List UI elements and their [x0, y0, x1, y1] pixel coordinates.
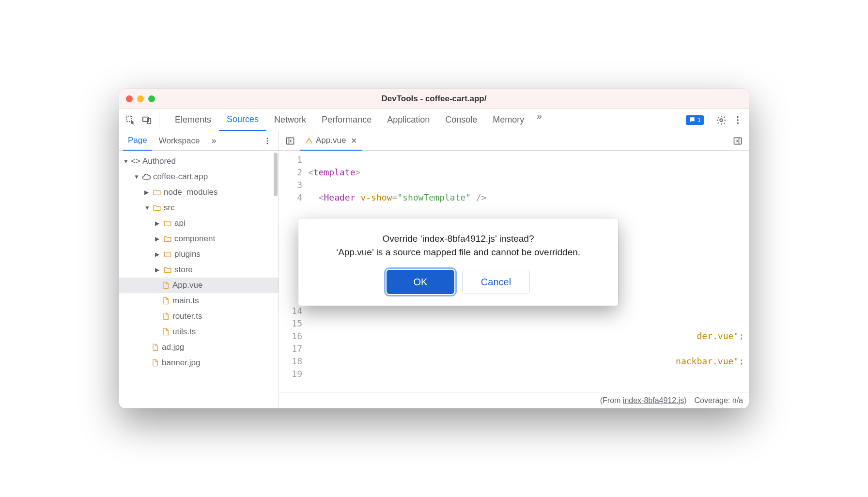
tree-label: plugins — [174, 249, 201, 259]
close-file-tab-icon[interactable]: ✕ — [351, 136, 357, 145]
tree-file-router[interactable]: router.ts — [119, 309, 279, 324]
folder-icon — [152, 187, 162, 197]
tree-src[interactable]: ▼ src — [119, 200, 279, 216]
tree-file-main[interactable]: main.ts — [119, 293, 279, 309]
cancel-button[interactable]: Cancel — [462, 270, 530, 294]
tree-label: ad.jpg — [162, 342, 184, 352]
svg-point-7 — [267, 138, 268, 139]
toggle-debugger-icon[interactable] — [730, 134, 745, 148]
editor-footer: (From index-8bfa4912.js) Coverage: n/a — [279, 392, 749, 408]
tree-label: banner.jpg — [162, 358, 200, 368]
navigator-tab-workspace[interactable]: Workspace — [154, 131, 205, 151]
svg-point-3 — [720, 119, 723, 122]
secondary-bar: Page Workspace » App.vue ✕ — [119, 131, 749, 151]
cloud-icon — [141, 172, 151, 182]
tab-console[interactable]: Console — [437, 109, 485, 131]
tree-label: App.vue — [172, 280, 202, 290]
svg-point-5 — [737, 119, 739, 121]
titlebar: DevTools - coffee-cart.app/ — [119, 89, 749, 109]
tree-label: main.ts — [172, 296, 199, 306]
svg-point-9 — [267, 142, 268, 144]
tree-file-appvue[interactable]: App.vue — [119, 278, 279, 293]
file-icon — [161, 280, 170, 290]
tree-node-modules[interactable]: ▶ node_modules — [119, 185, 279, 200]
folder-icon — [163, 234, 172, 244]
tab-sources[interactable]: Sources — [219, 109, 266, 131]
tree-label: router.ts — [172, 311, 202, 321]
navigator-tabs: Page Workspace » — [119, 131, 279, 150]
body: ▼ <> Authored ▼ coffee-cart.app ▶ node_m… — [119, 151, 749, 408]
dialog-line1: Override ‘index-8bfa4912.js’ instead? — [310, 232, 606, 246]
file-tree: ▼ <> Authored ▼ coffee-cart.app ▶ node_m… — [119, 151, 279, 408]
tree-label: store — [174, 265, 193, 275]
svg-point-8 — [267, 140, 268, 141]
tree-label: utils.ts — [172, 327, 196, 337]
separator — [159, 113, 159, 127]
tree-authored[interactable]: ▼ <> Authored — [119, 154, 279, 169]
warning-icon — [305, 137, 313, 144]
tab-performance[interactable]: Performance — [314, 109, 379, 131]
tree-label: component — [174, 234, 215, 244]
inspect-icon[interactable] — [123, 113, 138, 127]
main-tabs: Elements Sources Network Performance App… — [167, 109, 546, 131]
tree-file-utils[interactable]: utils.ts — [119, 324, 279, 340]
maximize-window-button[interactable] — [148, 95, 155, 102]
tree-file-ad[interactable]: ad.jpg — [119, 340, 279, 355]
issues-badge[interactable]: 1 — [686, 115, 704, 125]
tree-file-banner[interactable]: banner.jpg — [119, 355, 279, 371]
tree-site[interactable]: ▼ coffee-cart.app — [119, 169, 279, 185]
tree-component[interactable]: ▶ component — [119, 231, 279, 247]
tree-store[interactable]: ▶ store — [119, 262, 279, 278]
sourcemap-info: (From index-8bfa4912.js) — [600, 396, 687, 405]
override-dialog: Override ‘index-8bfa4912.js’ instead? ‘A… — [298, 218, 618, 306]
file-icon — [161, 296, 170, 306]
tree-label: src — [164, 203, 175, 213]
close-window-button[interactable] — [126, 95, 133, 102]
tree-label: coffee-cart.app — [153, 172, 208, 182]
toggle-navigator-icon[interactable] — [283, 134, 297, 148]
code-icon: <> — [131, 156, 140, 166]
dialog-buttons: OK Cancel — [310, 270, 606, 294]
folder-icon — [163, 249, 172, 259]
main-toolbar: Elements Sources Network Performance App… — [119, 109, 749, 131]
folder-icon — [163, 265, 172, 275]
tree-label: Authored — [142, 156, 176, 166]
more-tabs-icon[interactable]: » — [532, 109, 546, 124]
file-icon — [150, 358, 160, 368]
tree-label: node_modules — [164, 187, 218, 197]
file-icon — [161, 311, 170, 321]
navigator-menu-icon[interactable] — [260, 134, 275, 148]
svg-point-6 — [737, 122, 739, 124]
settings-icon[interactable] — [714, 113, 728, 127]
issues-count: 1 — [698, 116, 701, 124]
device-toggle-icon[interactable] — [140, 113, 154, 127]
devtools-window: DevTools - coffee-cart.app/ Elements Sou… — [119, 89, 749, 408]
file-tab-appvue[interactable]: App.vue ✕ — [300, 131, 362, 151]
tab-memory[interactable]: Memory — [485, 109, 532, 131]
tab-application[interactable]: Application — [379, 109, 437, 131]
dialog-line2: ‘App.vue’ is a source mapped file and ca… — [310, 246, 606, 259]
tree-api[interactable]: ▶ api — [119, 216, 279, 231]
window-title: DevTools - coffee-cart.app/ — [119, 94, 749, 104]
sourcemap-link[interactable]: index-8bfa4912.js — [623, 396, 684, 404]
sidebar-scrollbar[interactable] — [274, 153, 278, 196]
file-tab-label: App.vue — [316, 136, 346, 145]
window-controls — [126, 95, 155, 102]
svg-point-4 — [737, 116, 739, 118]
folder-icon — [152, 203, 162, 213]
ok-button[interactable]: OK — [387, 270, 454, 294]
tree-plugins[interactable]: ▶ plugins — [119, 247, 279, 262]
separator — [709, 113, 709, 127]
coverage-info: Coverage: n/a — [694, 396, 743, 405]
navigator-tab-page[interactable]: Page — [123, 131, 152, 151]
minimize-window-button[interactable] — [137, 95, 144, 102]
tree-label: api — [174, 218, 186, 228]
folder-icon — [163, 218, 172, 228]
editor-tabs: App.vue ✕ — [279, 131, 749, 150]
file-icon — [150, 342, 160, 352]
tab-network[interactable]: Network — [266, 109, 314, 131]
kebab-menu-icon[interactable] — [730, 113, 745, 127]
more-nav-tabs-icon[interactable]: » — [206, 134, 221, 148]
file-icon — [161, 327, 170, 337]
tab-elements[interactable]: Elements — [167, 109, 219, 131]
